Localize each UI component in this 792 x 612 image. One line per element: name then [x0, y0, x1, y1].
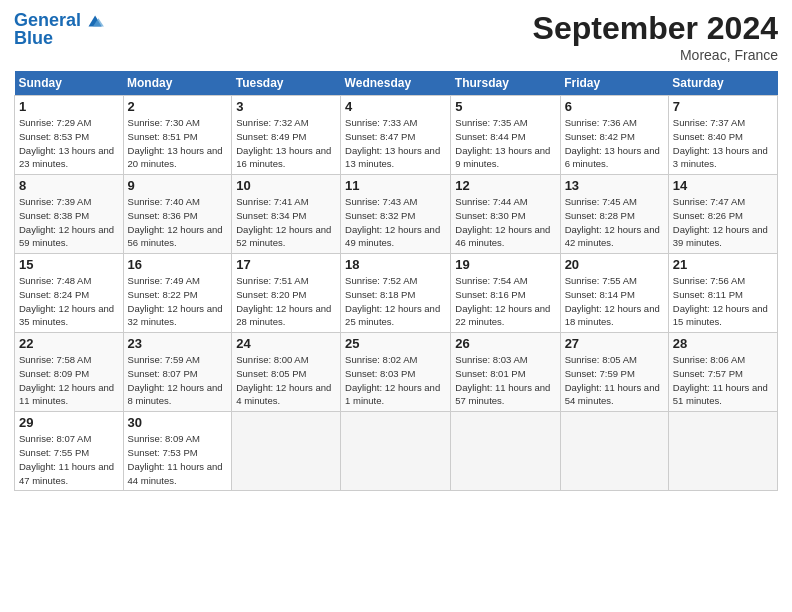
col-header-saturday: Saturday: [668, 71, 777, 96]
calendar-cell: 20Sunrise: 7:55 AMSunset: 8:14 PMDayligh…: [560, 254, 668, 333]
logo-icon: [83, 10, 105, 32]
col-header-wednesday: Wednesday: [341, 71, 451, 96]
day-number: 17: [236, 257, 336, 272]
calendar-cell: 6Sunrise: 7:36 AMSunset: 8:42 PMDaylight…: [560, 96, 668, 175]
day-info: Sunrise: 8:07 AMSunset: 7:55 PMDaylight:…: [19, 432, 119, 487]
calendar-cell: 16Sunrise: 7:49 AMSunset: 8:22 PMDayligh…: [123, 254, 232, 333]
calendar-cell: 4Sunrise: 7:33 AMSunset: 8:47 PMDaylight…: [341, 96, 451, 175]
day-info: Sunrise: 7:32 AMSunset: 8:49 PMDaylight:…: [236, 116, 336, 171]
day-number: 7: [673, 99, 773, 114]
day-number: 24: [236, 336, 336, 351]
day-info: Sunrise: 7:54 AMSunset: 8:16 PMDaylight:…: [455, 274, 555, 329]
day-info: Sunrise: 8:00 AMSunset: 8:05 PMDaylight:…: [236, 353, 336, 408]
calendar-cell: 10Sunrise: 7:41 AMSunset: 8:34 PMDayligh…: [232, 175, 341, 254]
calendar-cell: [668, 412, 777, 491]
day-info: Sunrise: 7:51 AMSunset: 8:20 PMDaylight:…: [236, 274, 336, 329]
calendar-cell: 5Sunrise: 7:35 AMSunset: 8:44 PMDaylight…: [451, 96, 560, 175]
calendar-cell: 24Sunrise: 8:00 AMSunset: 8:05 PMDayligh…: [232, 333, 341, 412]
calendar-cell: 7Sunrise: 7:37 AMSunset: 8:40 PMDaylight…: [668, 96, 777, 175]
calendar-cell: [560, 412, 668, 491]
day-info: Sunrise: 7:39 AMSunset: 8:38 PMDaylight:…: [19, 195, 119, 250]
calendar-cell: 23Sunrise: 7:59 AMSunset: 8:07 PMDayligh…: [123, 333, 232, 412]
day-number: 29: [19, 415, 119, 430]
day-info: Sunrise: 7:59 AMSunset: 8:07 PMDaylight:…: [128, 353, 228, 408]
day-info: Sunrise: 7:56 AMSunset: 8:11 PMDaylight:…: [673, 274, 773, 329]
day-info: Sunrise: 8:05 AMSunset: 7:59 PMDaylight:…: [565, 353, 664, 408]
calendar-cell: 29Sunrise: 8:07 AMSunset: 7:55 PMDayligh…: [15, 412, 124, 491]
day-info: Sunrise: 7:33 AMSunset: 8:47 PMDaylight:…: [345, 116, 446, 171]
day-number: 15: [19, 257, 119, 272]
day-info: Sunrise: 7:49 AMSunset: 8:22 PMDaylight:…: [128, 274, 228, 329]
day-info: Sunrise: 8:09 AMSunset: 7:53 PMDaylight:…: [128, 432, 228, 487]
calendar-cell: [341, 412, 451, 491]
calendar-cell: 14Sunrise: 7:47 AMSunset: 8:26 PMDayligh…: [668, 175, 777, 254]
week-row-1: 1Sunrise: 7:29 AMSunset: 8:53 PMDaylight…: [15, 96, 778, 175]
week-row-2: 8Sunrise: 7:39 AMSunset: 8:38 PMDaylight…: [15, 175, 778, 254]
col-header-monday: Monday: [123, 71, 232, 96]
calendar-cell: 15Sunrise: 7:48 AMSunset: 8:24 PMDayligh…: [15, 254, 124, 333]
day-number: 5: [455, 99, 555, 114]
logo: General Blue: [14, 10, 105, 49]
day-info: Sunrise: 7:47 AMSunset: 8:26 PMDaylight:…: [673, 195, 773, 250]
day-info: Sunrise: 7:35 AMSunset: 8:44 PMDaylight:…: [455, 116, 555, 171]
calendar-table: SundayMondayTuesdayWednesdayThursdayFrid…: [14, 71, 778, 491]
page-container: General Blue September 2024 Moreac, Fran…: [0, 0, 792, 501]
day-number: 13: [565, 178, 664, 193]
calendar-cell: 19Sunrise: 7:54 AMSunset: 8:16 PMDayligh…: [451, 254, 560, 333]
day-number: 28: [673, 336, 773, 351]
day-number: 26: [455, 336, 555, 351]
day-number: 30: [128, 415, 228, 430]
day-info: Sunrise: 8:06 AMSunset: 7:57 PMDaylight:…: [673, 353, 773, 408]
day-number: 3: [236, 99, 336, 114]
calendar-cell: 8Sunrise: 7:39 AMSunset: 8:38 PMDaylight…: [15, 175, 124, 254]
day-number: 19: [455, 257, 555, 272]
title-block: September 2024 Moreac, France: [533, 10, 778, 63]
day-number: 25: [345, 336, 446, 351]
day-info: Sunrise: 7:36 AMSunset: 8:42 PMDaylight:…: [565, 116, 664, 171]
day-number: 9: [128, 178, 228, 193]
day-number: 18: [345, 257, 446, 272]
day-number: 12: [455, 178, 555, 193]
week-row-3: 15Sunrise: 7:48 AMSunset: 8:24 PMDayligh…: [15, 254, 778, 333]
calendar-cell: 26Sunrise: 8:03 AMSunset: 8:01 PMDayligh…: [451, 333, 560, 412]
day-number: 20: [565, 257, 664, 272]
day-number: 4: [345, 99, 446, 114]
day-info: Sunrise: 7:41 AMSunset: 8:34 PMDaylight:…: [236, 195, 336, 250]
day-info: Sunrise: 7:58 AMSunset: 8:09 PMDaylight:…: [19, 353, 119, 408]
day-number: 23: [128, 336, 228, 351]
day-info: Sunrise: 7:40 AMSunset: 8:36 PMDaylight:…: [128, 195, 228, 250]
calendar-header-row: SundayMondayTuesdayWednesdayThursdayFrid…: [15, 71, 778, 96]
day-info: Sunrise: 8:03 AMSunset: 8:01 PMDaylight:…: [455, 353, 555, 408]
day-info: Sunrise: 7:52 AMSunset: 8:18 PMDaylight:…: [345, 274, 446, 329]
day-info: Sunrise: 7:30 AMSunset: 8:51 PMDaylight:…: [128, 116, 228, 171]
calendar-cell: 9Sunrise: 7:40 AMSunset: 8:36 PMDaylight…: [123, 175, 232, 254]
day-info: Sunrise: 7:48 AMSunset: 8:24 PMDaylight:…: [19, 274, 119, 329]
calendar-cell: 13Sunrise: 7:45 AMSunset: 8:28 PMDayligh…: [560, 175, 668, 254]
week-row-5: 29Sunrise: 8:07 AMSunset: 7:55 PMDayligh…: [15, 412, 778, 491]
calendar-cell: 3Sunrise: 7:32 AMSunset: 8:49 PMDaylight…: [232, 96, 341, 175]
calendar-cell: 11Sunrise: 7:43 AMSunset: 8:32 PMDayligh…: [341, 175, 451, 254]
calendar-cell: 12Sunrise: 7:44 AMSunset: 8:30 PMDayligh…: [451, 175, 560, 254]
calendar-cell: 27Sunrise: 8:05 AMSunset: 7:59 PMDayligh…: [560, 333, 668, 412]
day-info: Sunrise: 7:37 AMSunset: 8:40 PMDaylight:…: [673, 116, 773, 171]
col-header-tuesday: Tuesday: [232, 71, 341, 96]
day-number: 16: [128, 257, 228, 272]
calendar-cell: 25Sunrise: 8:02 AMSunset: 8:03 PMDayligh…: [341, 333, 451, 412]
day-number: 11: [345, 178, 446, 193]
day-number: 2: [128, 99, 228, 114]
day-info: Sunrise: 7:44 AMSunset: 8:30 PMDaylight:…: [455, 195, 555, 250]
day-number: 14: [673, 178, 773, 193]
calendar-cell: 2Sunrise: 7:30 AMSunset: 8:51 PMDaylight…: [123, 96, 232, 175]
calendar-cell: 30Sunrise: 8:09 AMSunset: 7:53 PMDayligh…: [123, 412, 232, 491]
day-info: Sunrise: 7:45 AMSunset: 8:28 PMDaylight:…: [565, 195, 664, 250]
col-header-friday: Friday: [560, 71, 668, 96]
col-header-sunday: Sunday: [15, 71, 124, 96]
col-header-thursday: Thursday: [451, 71, 560, 96]
calendar-cell: 1Sunrise: 7:29 AMSunset: 8:53 PMDaylight…: [15, 96, 124, 175]
month-title: September 2024: [533, 10, 778, 47]
day-number: 10: [236, 178, 336, 193]
day-number: 6: [565, 99, 664, 114]
location: Moreac, France: [533, 47, 778, 63]
day-info: Sunrise: 7:43 AMSunset: 8:32 PMDaylight:…: [345, 195, 446, 250]
day-info: Sunrise: 8:02 AMSunset: 8:03 PMDaylight:…: [345, 353, 446, 408]
